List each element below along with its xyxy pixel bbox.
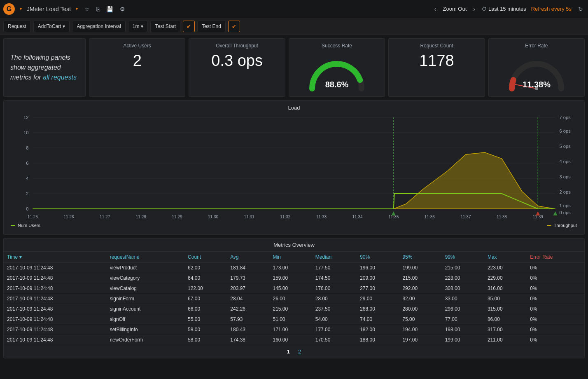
grafana-logo[interactable]: G — [3, 3, 15, 15]
col-99[interactable]: 99% — [442, 252, 484, 263]
table-row: 2017-10-09 11:24:48signOff55.0057.9351.0… — [4, 314, 584, 325]
success-rate-title: Success Rate — [293, 43, 380, 49]
intro-highlight: all requests — [43, 74, 77, 81]
table-cell-7-9: 211.00 — [484, 335, 527, 345]
col-min[interactable]: Min — [270, 252, 312, 263]
col-count[interactable]: Count — [184, 252, 227, 263]
nav-menu-dropdown[interactable]: ▾ — [18, 6, 23, 12]
table-cell-0-7: 199.00 — [399, 263, 441, 273]
dashboard-title-dropdown[interactable]: ▾ — [74, 6, 79, 12]
table-cell-1-6: 209.00 — [357, 273, 399, 283]
table-cell-6-0: 2017-10-09 11:24:48 — [4, 325, 107, 335]
table-cell-6-8: 198.00 — [442, 325, 484, 335]
table-cell-6-5: 177.00 — [312, 325, 357, 335]
table-cell-1-10: 0% — [527, 273, 584, 283]
main-content: The following panels show aggregated met… — [0, 35, 588, 362]
table-cell-1-4: 159.00 — [270, 273, 312, 283]
svg-text:11:37: 11:37 — [460, 215, 471, 219]
addtocart-filter-button[interactable]: AddToCart ▾ — [33, 21, 70, 32]
share-button[interactable]: ⎘ — [95, 4, 101, 14]
test-end-button[interactable]: Test End — [197, 21, 226, 32]
legend-item-throughput: Throughput — [547, 223, 577, 228]
col-error-rate[interactable]: Error Rate — [527, 252, 584, 263]
table-cell-7-10: 0% — [527, 335, 584, 345]
table-cell-2-10: 0% — [527, 283, 584, 294]
star-button[interactable]: ☆ — [83, 4, 91, 14]
addtocart-label: AddToCart — [38, 23, 61, 29]
load-chart-svg: 12 10 8 6 4 2 0 7 ops 6 ops 5 ops 4 ops … — [8, 113, 580, 220]
zoom-back-button[interactable]: ‹ — [433, 4, 438, 14]
top-nav: G ▾ JMeter Load Test ▾ ☆ ⎘ 💾 ⚙ ‹ Zoom Ou… — [0, 0, 588, 18]
table-cell-4-6: 268.00 — [357, 304, 399, 314]
table-header: Time ▾ requestName Count Avg Min Median … — [4, 252, 584, 263]
throughput-panel: Overall Throughput 0.3 ops — [189, 38, 285, 97]
zoom-out-label: Zoom Out — [443, 6, 467, 12]
metrics-table-title: Metrics Overview — [4, 239, 584, 252]
aggregation-interval-value[interactable]: 1m ▾ — [128, 21, 148, 32]
table-cell-6-2: 58.00 — [184, 325, 227, 335]
table-cell-3-3: 28.04 — [227, 294, 269, 304]
table-cell-2-2: 122.00 — [184, 283, 227, 294]
svg-text:11:27: 11:27 — [100, 215, 110, 219]
page-2-button[interactable]: 2 — [296, 348, 303, 356]
toolbar: Request AddToCart ▾ Aggregation Interval… — [0, 18, 588, 35]
zoom-forward-button[interactable]: › — [471, 4, 477, 14]
table-cell-0-9: 223.00 — [484, 263, 527, 273]
table-cell-7-8: 199.00 — [442, 335, 484, 345]
table-cell-4-9: 315.00 — [484, 304, 527, 314]
dashboard-title: JMeter Load Test — [27, 6, 71, 12]
table-cell-4-3: 242.26 — [227, 304, 269, 314]
table-cell-0-10: 0% — [527, 263, 584, 273]
table-cell-7-5: 170.50 — [312, 335, 357, 345]
col-request-name[interactable]: requestName — [107, 252, 184, 263]
svg-text:0 ops: 0 ops — [560, 210, 571, 215]
svg-text:11:38: 11:38 — [497, 215, 507, 219]
settings-button[interactable]: ⚙ — [118, 4, 127, 14]
aggregation-interval-button[interactable]: Aggregation Interval — [72, 21, 125, 32]
col-avg[interactable]: Avg — [227, 252, 269, 263]
svg-marker-46 — [553, 211, 558, 215]
success-rate-panel: Success Rate 88.6% — [289, 38, 385, 97]
test-start-button[interactable]: Test Start — [150, 21, 180, 32]
users-legend-color — [11, 225, 15, 226]
svg-text:6: 6 — [26, 161, 28, 166]
table-cell-7-4: 160.00 — [270, 335, 312, 345]
table-cell-4-2: 66.00 — [184, 304, 227, 314]
table-cell-3-2: 67.00 — [184, 294, 227, 304]
col-90[interactable]: 90% — [357, 252, 399, 263]
table-cell-1-9: 229.00 — [484, 273, 527, 283]
col-time[interactable]: Time ▾ — [4, 252, 107, 263]
table-row: 2017-10-09 11:24:48viewProduct62.00181.8… — [4, 263, 584, 273]
test-start-check-icon[interactable]: ✔ — [183, 21, 195, 32]
svg-text:7 ops: 7 ops — [560, 115, 571, 120]
refresh-button[interactable]: ↻ — [576, 4, 585, 14]
table-cell-0-1: viewProduct — [107, 263, 184, 273]
svg-text:3 ops: 3 ops — [560, 174, 571, 179]
table-cell-4-10: 0% — [527, 304, 584, 314]
page-1-button[interactable]: 1 — [285, 348, 292, 356]
test-end-check-icon[interactable]: ✔ — [228, 21, 240, 32]
table-cell-2-1: viewCatalog — [107, 283, 184, 294]
col-median[interactable]: Median — [312, 252, 357, 263]
load-chart-title: Load — [8, 105, 580, 111]
table-cell-0-5: 177.50 — [312, 263, 357, 273]
active-users-value: 2 — [93, 53, 181, 68]
time-range-display[interactable]: ⏱ Last 15 minutes — [482, 6, 526, 12]
success-gauge-svg: 88.6% — [304, 54, 370, 91]
table-cell-3-10: 0% — [527, 294, 584, 304]
table-cell-1-7: 215.00 — [399, 273, 441, 283]
table-cell-3-7: 32.00 — [399, 294, 441, 304]
save-button[interactable]: 💾 — [105, 4, 115, 14]
table-cell-3-1: signinForm — [107, 294, 184, 304]
request-count-value: 1178 — [393, 53, 480, 68]
intro-panel: The following panels show aggregated met… — [3, 38, 86, 97]
load-chart-panel: Load 12 10 8 6 4 2 0 7 ops — [3, 100, 585, 235]
table-cell-2-7: 292.00 — [399, 283, 441, 294]
table-cell-1-0: 2017-10-09 11:24:48 — [4, 273, 107, 283]
table-cell-5-2: 55.00 — [184, 314, 227, 325]
col-95[interactable]: 95% — [399, 252, 441, 263]
request-filter-button[interactable]: Request — [3, 21, 31, 32]
table-cell-1-5: 174.50 — [312, 273, 357, 283]
table-cell-5-6: 74.00 — [357, 314, 399, 325]
col-max[interactable]: Max — [484, 252, 527, 263]
